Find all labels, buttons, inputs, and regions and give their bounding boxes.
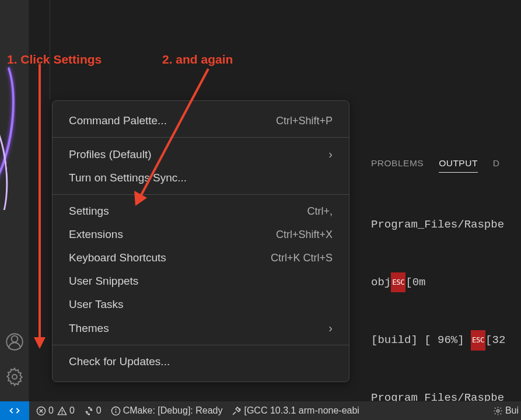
tab-more-partial[interactable]: D [493,158,500,172]
menu-label: Themes [69,322,109,335]
menu-shortcut: Ctrl+Shift+P [276,115,333,127]
ports-count: 0 [96,405,102,416]
svg-point-9 [496,410,499,412]
svg-marker-11 [34,337,46,349]
status-toolkit[interactable]: [GCC 10.3.1 arm-none-eabi [232,405,359,416]
svg-point-0 [11,336,18,342]
editor-empty-area [50,0,347,99]
status-warnings[interactable]: 0 [57,405,75,416]
output-line: Program_Files/Raspbe [371,215,521,235]
menu-command-palette[interactable]: Command Palette... Ctrl+Shift+P [53,109,349,132]
menu-label: Turn on Settings Sync... [69,172,187,184]
panel-tab-bar: PROBLEMS OUTPUT D [363,153,521,177]
menu-profiles[interactable]: Profiles (Default) › [53,142,349,166]
svg-point-6 [88,407,89,408]
menu-label: Settings [69,205,109,218]
menu-check-updates[interactable]: Check for Updates... [53,350,349,373]
output-line: objESC[0m [371,272,521,293]
annotation-label-2: 2. and again [162,52,233,66]
esc-icon: ESC [391,272,405,293]
annotation-arrow-1 [33,64,50,350]
menu-user-snippets[interactable]: User Snippets [53,270,349,293]
svg-point-4 [62,413,62,414]
menu-settings[interactable]: Settings Ctrl+, [53,200,349,223]
chevron-right-icon: › [328,321,333,335]
output-line: [build] [ 96%] ESC[32 [371,330,521,351]
settings-context-menu: Command Palette... Ctrl+Shift+P Profiles… [52,100,349,382]
status-build[interactable]: Bui [493,405,519,416]
menu-label: Keyboard Shortcuts [69,251,166,264]
tab-problems[interactable]: PROBLEMS [371,158,424,172]
warnings-count: 0 [69,405,75,416]
menu-label: Check for Updates... [69,355,170,368]
build-partial-text: Bui [505,405,519,416]
menu-extensions[interactable]: Extensions Ctrl+Shift+X [53,223,349,246]
menu-settings-sync[interactable]: Turn on Settings Sync... [53,166,349,190]
errors-count: 0 [48,405,54,416]
menu-shortcut: Ctrl+Shift+X [276,229,333,241]
svg-point-8 [116,409,116,410]
menu-label: User Tasks [69,298,124,311]
cmake-status-text: CMake: [Debug]: Ready [123,405,223,416]
editor-empty-area-right [348,0,521,152]
menu-themes[interactable]: Themes › [53,316,349,340]
gear-icon[interactable] [5,368,24,386]
status-ports[interactable]: 0 [84,405,102,416]
menu-shortcut: Ctrl+, [307,205,333,218]
gcc-status-text: [GCC 10.3.1 arm-none-eabi [244,405,359,416]
menu-user-tasks[interactable]: User Tasks [53,293,349,316]
output-panel[interactable]: Program_Files/Raspbe objESC[0m [build] [… [363,177,521,401]
svg-point-2 [12,374,17,379]
output-line: Program_Files/Raspbe [371,388,521,402]
status-bar: 0 0 0 CMake: [Debug]: Ready [GCC 10.3.1 … [0,401,521,420]
status-cmake[interactable]: CMake: [Debug]: Ready [111,405,223,416]
chevron-right-icon: › [328,148,333,161]
accounts-icon[interactable] [5,332,24,351]
svg-point-5 [88,414,89,415]
menu-keyboard-shortcuts[interactable]: Keyboard Shortcuts Ctrl+K Ctrl+S [53,246,349,270]
status-errors[interactable]: 0 [36,405,54,416]
esc-icon: ESC [471,330,485,351]
remote-indicator[interactable] [0,401,29,420]
menu-shortcut: Ctrl+K Ctrl+S [271,252,333,264]
menu-label: Profiles (Default) [69,148,152,161]
menu-label: User Snippets [69,275,138,288]
menu-label: Command Palette... [69,114,167,127]
menu-label: Extensions [69,228,123,241]
tab-output[interactable]: OUTPUT [439,158,478,173]
annotation-label-1: 1. Click Settings [7,52,102,66]
